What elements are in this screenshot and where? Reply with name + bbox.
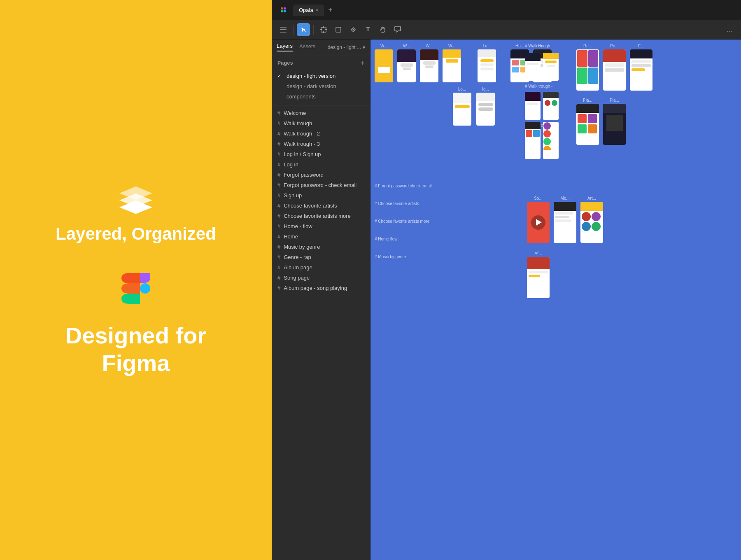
svg-point-3 (140, 283, 150, 294)
layer-name: Log in / Sign up (284, 151, 364, 157)
page-active-check-icon: ✓ (277, 73, 283, 79)
page-item-design-light[interactable]: ✓ design - light version (272, 71, 370, 81)
page-item-components[interactable]: ✓ components (272, 91, 370, 102)
svg-marker-2 (119, 200, 152, 214)
frame-group-re: Re... (576, 44, 599, 91)
tab-bar: Opala × + (293, 5, 736, 16)
svg-rect-6 (281, 10, 283, 12)
layer-home-flow[interactable]: # Home - flow (272, 221, 370, 231)
hand-tool-button[interactable] (376, 23, 389, 36)
layer-choose-artists[interactable]: # Choose favorite artists (272, 201, 370, 211)
frame-group-login: Lo... (478, 44, 496, 82)
select-tool-button[interactable] (297, 23, 310, 36)
top-bar: Opala × + (272, 0, 741, 20)
layer-hash-icon: # (277, 182, 280, 188)
layer-hash-icon: # (277, 141, 280, 147)
layer-walk-trough[interactable]: # Walk trough (272, 118, 370, 128)
layer-walk-trough-2[interactable]: # Walk trough - 2 (272, 128, 370, 139)
frame-group-welcome: W... (375, 44, 393, 82)
layer-login[interactable]: # Log in (272, 159, 370, 170)
layer-welcome[interactable]: # Welcome (272, 108, 370, 118)
frame-group-login2: Lo... (453, 87, 471, 126)
layer-name: Home (284, 233, 364, 240)
svg-rect-16 (336, 27, 341, 32)
layer-hash-icon: # (277, 151, 280, 157)
layer-name: Home - flow (284, 223, 364, 229)
layer-name: Sign up (284, 192, 364, 198)
layer-hash-icon: # (277, 110, 280, 116)
layered-organized-title: Layered, Organized (56, 224, 216, 244)
layer-hash-icon: # (277, 285, 280, 291)
svg-rect-9 (280, 29, 287, 30)
layer-name: Album page - song playing (284, 285, 364, 291)
layer-name: Welcome (284, 110, 364, 116)
pen-tool-button[interactable] (347, 23, 360, 36)
page-item-design-dark[interactable]: ✓ design - dark version (272, 81, 370, 91)
layer-choose-artists-more[interactable]: # Choose favorite artists more (272, 211, 370, 221)
figma-promo-section: Designed for Figma (65, 269, 206, 377)
pages-list: ✓ design - light version ✓ design - dark… (272, 69, 370, 105)
text-tool-button[interactable]: T (361, 23, 375, 36)
layer-song-page[interactable]: # Song page (272, 273, 370, 283)
layer-album-page[interactable]: # Album page (272, 262, 370, 273)
layer-forgot-password[interactable]: # Forgot password (272, 170, 370, 180)
frame-group-so: So... (527, 196, 550, 243)
canvas[interactable]: W... W... W... (370, 40, 741, 560)
toolbar-divider-1 (293, 25, 294, 35)
layer-name: Song page (284, 275, 364, 281)
frame-walk-d (543, 92, 559, 120)
layer-home[interactable]: # Home (272, 231, 370, 242)
toolbar-divider-2 (313, 25, 314, 35)
add-page-button[interactable]: + (360, 59, 364, 67)
layer-name: Music by genre (284, 244, 364, 250)
layer-name: Log in (284, 161, 364, 168)
layer-walk-trough-3[interactable]: # Walk trough - 3 (272, 139, 370, 149)
frame-walk-c (525, 92, 541, 120)
page-item-label: components (287, 93, 316, 100)
layer-hash-icon: # (277, 120, 280, 126)
svg-point-17 (353, 29, 354, 30)
layer-signup[interactable]: # Sign up (272, 190, 370, 201)
layer-music-by-genre[interactable]: # Music by genre (272, 242, 370, 252)
layer-hash-icon: # (277, 233, 280, 240)
tab-add-button[interactable]: + (326, 6, 335, 14)
layer-name: Walk trough - 3 (284, 141, 364, 147)
comment-tool-button[interactable] (391, 23, 404, 36)
layer-hash-icon: # (277, 244, 280, 250)
layer-hash-icon: # (277, 254, 280, 260)
frame-group-walk-1: W... (397, 44, 416, 82)
layer-login-signup[interactable]: # Log in / Sign up (272, 149, 370, 159)
layer-forgot-password-check[interactable]: # Forgot password - check email (272, 180, 370, 190)
figma-menu-icon[interactable] (277, 3, 290, 16)
frame-group-walk-3: W... (443, 44, 461, 82)
svg-rect-8 (280, 27, 287, 28)
tab-assets[interactable]: Assets (299, 43, 315, 51)
pages-header: Pages + (272, 55, 370, 69)
page-item-label: design - dark version (287, 83, 336, 89)
svg-rect-10 (280, 32, 287, 33)
designed-for-figma-title: Designed for Figma (65, 322, 206, 377)
layer-name: Choose favorite artists (284, 203, 364, 209)
sidebar-tab-bar: Layers Assets design - light ... ▾ (272, 40, 370, 55)
shape-tool-button[interactable] (332, 23, 345, 36)
frame-walk-a (525, 53, 541, 81)
frame-walk-b (543, 53, 559, 81)
layer-genre-rap[interactable]: # Genre - rap (272, 252, 370, 262)
layer-name: Choose favorite artists more (284, 213, 364, 219)
layer-name: Forgot password (284, 172, 364, 178)
tab-opala[interactable]: Opala × (293, 5, 324, 16)
layer-album-song-playing[interactable]: # Album page - song playing (272, 283, 370, 293)
tab-close-icon[interactable]: × (316, 7, 318, 12)
layer-hash-icon: # (277, 203, 280, 209)
svg-rect-5 (284, 7, 286, 9)
design-mode-button[interactable]: design - light ... ▾ (328, 44, 365, 50)
tab-layers[interactable]: Layers (277, 43, 293, 51)
main-area: Layers Assets design - light ... ▾ Pages… (272, 40, 741, 560)
menu-button[interactable] (277, 23, 290, 36)
overflow-menu-button[interactable]: … (723, 23, 736, 36)
frame-group-signup: Ig... (476, 87, 495, 126)
sidebar: Layers Assets design - light ... ▾ Pages… (272, 40, 370, 560)
frame-group-walk-2: W... (420, 44, 438, 82)
frame-tool-button[interactable] (317, 23, 330, 36)
left-promo-panel: Layered, Organized Designed for Figma (0, 0, 272, 560)
